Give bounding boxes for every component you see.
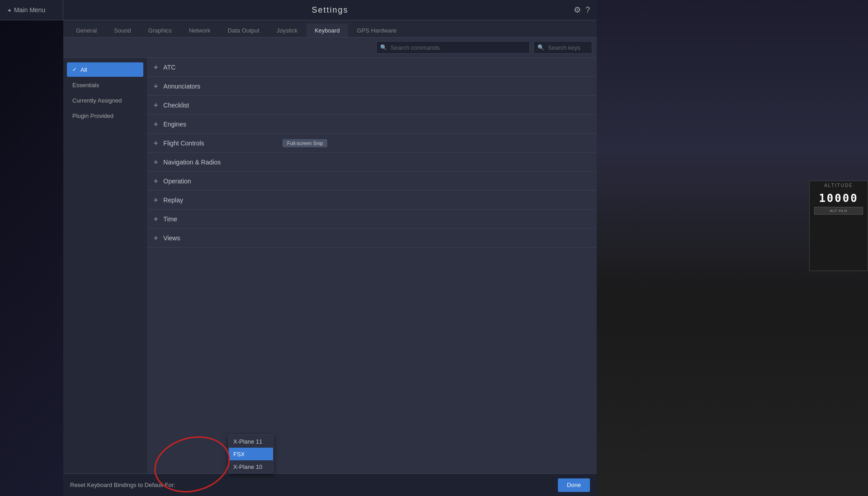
done-button[interactable]: Done [558, 478, 590, 492]
search-keys-placeholder: Search keys [548, 44, 580, 51]
search-keys-icon: 🔍 [538, 44, 544, 51]
expand-annunciators-icon: + [154, 82, 158, 90]
default-dropdown-menu[interactable]: X-Plane 11 FSX X-Plane 10 [228, 435, 274, 473]
default-dropdown-container: X-Plane 11 FSX X-Plane 10 [228, 435, 274, 473]
tab-data-output[interactable]: Data Output [220, 23, 268, 37]
tab-general[interactable]: General [68, 23, 105, 37]
category-engines[interactable]: + Engines [147, 115, 597, 134]
help-icon[interactable]: ? [585, 5, 590, 15]
dropdown-xplane11[interactable]: X-Plane 11 [229, 435, 273, 448]
altitude-display: ALTITUDE 10000 ALT HLD [809, 181, 868, 271]
expand-flight-controls-icon: + [154, 139, 158, 147]
tab-joystick[interactable]: Joystick [269, 23, 306, 37]
sidebar-item-all[interactable]: ✓ All [67, 62, 143, 77]
expand-nav-radios-icon: + [154, 158, 158, 166]
dropdown-fsx[interactable]: FSX [229, 448, 273, 460]
search-bar: 🔍 Search commands 🔍 Search keys [63, 37, 597, 58]
main-menu-label: Main Menu [14, 6, 45, 14]
reset-label: Reset Keyboard Bindings to Default For: [70, 482, 175, 488]
settings-panel: Settings ⚙ ? General Sound Graphics Netw… [63, 0, 597, 496]
category-annunciators[interactable]: + Annunciators [147, 77, 597, 96]
expand-replay-icon: + [154, 196, 158, 204]
altitude-value: 10000 [810, 192, 868, 205]
sidebar-item-currently-assigned[interactable]: Currently Assigned [67, 93, 143, 108]
tab-gps-hardware[interactable]: GPS Hardware [349, 23, 405, 37]
tab-sound[interactable]: Sound [106, 23, 139, 37]
tab-bar: General Sound Graphics Network Data Outp… [63, 20, 597, 37]
category-atc[interactable]: + ATC [147, 58, 597, 77]
category-flight-controls[interactable]: + Flight Controls Full-screen Snip [147, 134, 597, 153]
check-icon: ✓ [72, 66, 77, 73]
category-operation[interactable]: + Operation [147, 172, 597, 191]
search-keys-input[interactable]: 🔍 Search keys [533, 41, 592, 54]
search-commands-icon: 🔍 [380, 44, 387, 51]
search-commands-input[interactable]: 🔍 Search commands [376, 41, 530, 54]
sliders-icon[interactable]: ⚙ [574, 5, 581, 15]
categories-list: + ATC + Annunciators + Checklist + Engin… [147, 58, 597, 473]
alt-hld-button[interactable]: ALT HLD [814, 207, 863, 215]
sidebar-item-plugin-provided[interactable]: Plugin Provided [67, 108, 143, 123]
category-navigation-radios[interactable]: + Navigation & Radios [147, 153, 597, 172]
sidebar: ✓ All Essentials Currently Assigned Plug… [63, 58, 147, 473]
title-bar-controls: ⚙ ? [574, 5, 590, 15]
settings-title: Settings [311, 5, 348, 15]
expand-engines-icon: + [154, 120, 158, 128]
main-menu-button[interactable]: Main Menu [0, 0, 63, 20]
altitude-label: ALTITUDE [810, 181, 868, 190]
content-area: ✓ All Essentials Currently Assigned Plug… [63, 58, 597, 473]
expand-atc-icon: + [154, 63, 158, 71]
tab-network[interactable]: Network [181, 23, 219, 37]
expand-views-icon: + [154, 234, 158, 242]
title-bar: Settings ⚙ ? [63, 0, 597, 20]
tab-keyboard[interactable]: Keyboard [307, 23, 348, 37]
instruments: ALTITUDE 10000 ALT HLD [588, 0, 868, 496]
sidebar-item-essentials[interactable]: Essentials [67, 78, 143, 92]
expand-operation-icon: + [154, 177, 158, 185]
search-commands-placeholder: Search commands [391, 44, 439, 51]
expand-time-icon: + [154, 215, 158, 223]
category-time[interactable]: + Time [147, 210, 597, 229]
category-views[interactable]: + Views [147, 229, 597, 248]
bottom-bar: Reset Keyboard Bindings to Default For: … [63, 473, 597, 496]
tab-graphics[interactable]: Graphics [140, 23, 180, 37]
dropdown-xplane10[interactable]: X-Plane 10 [229, 460, 273, 473]
cockpit-panel: ALTITUDE 10000 ALT HLD [588, 0, 868, 496]
category-checklist[interactable]: + Checklist [147, 96, 597, 115]
category-replay[interactable]: + Replay [147, 191, 597, 210]
expand-checklist-icon: + [154, 101, 158, 109]
flight-controls-tooltip: Full-screen Snip [283, 139, 327, 147]
